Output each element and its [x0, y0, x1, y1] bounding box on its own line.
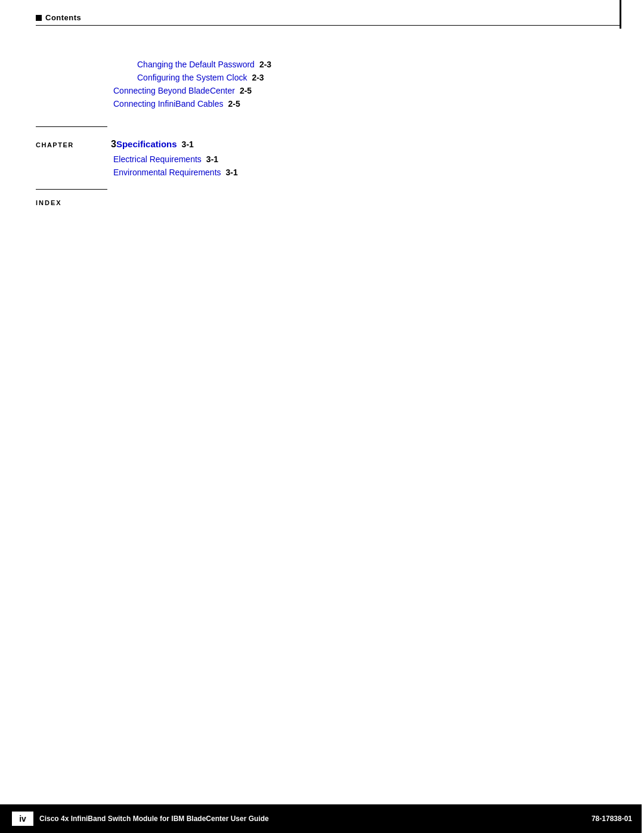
header-label: Contents [45, 13, 81, 22]
index-label: Index [36, 199, 62, 206]
top-right-bar [620, 0, 621, 29]
footer-title: Cisco 4x InfiniBand Switch Module for IB… [39, 815, 269, 823]
chapter-3-title-link[interactable]: Specifications [116, 139, 177, 149]
toc-entry-configuring-clock: Configuring the System Clock 2-3 [36, 73, 608, 82]
index-separator [36, 189, 107, 190]
toc-link-electrical[interactable]: Electrical Requirements [113, 154, 202, 164]
toc-page-connecting-beyond: 2-5 [240, 86, 252, 95]
toc-entry-electrical: Electrical Requirements 3-1 [36, 154, 608, 164]
top-border-line [36, 25, 620, 26]
chapter-3-row: Chapter 3 Specifications 3-1 [36, 139, 608, 150]
toc-link-environmental[interactable]: Environmental Requirements [113, 168, 221, 177]
toc-link-changing-password[interactable]: Changing the Default Password [137, 60, 255, 69]
toc-entry-changing-password: Changing the Default Password 2-3 [36, 60, 608, 69]
header-section: Contents [36, 13, 81, 22]
toc-page-environmental: 3-1 [226, 168, 238, 177]
toc-entry-connecting-infiniband: Connecting InfiniBand Cables 2-5 [36, 99, 608, 109]
footer-left: iv Cisco 4x InfiniBand Switch Module for… [12, 812, 269, 826]
toc-entry-environmental: Environmental Requirements 3-1 [36, 168, 608, 177]
toc-group-ch2-sub: Changing the Default Password 2-3 Config… [36, 60, 608, 109]
chapter-3-section: Chapter 3 Specifications 3-1 Electrical … [36, 126, 608, 177]
main-content: Changing the Default Password 2-3 Config… [36, 60, 608, 208]
header-square-icon [36, 15, 42, 21]
chapter-separator [36, 126, 107, 127]
chapter-prefix: Chapter [36, 141, 107, 148]
toc-link-connecting-beyond[interactable]: Connecting Beyond BladeCenter [113, 86, 235, 95]
toc-entry-connecting-beyond: Connecting Beyond BladeCenter 2-5 [36, 86, 608, 95]
footer: iv Cisco 4x InfiniBand Switch Module for… [0, 804, 644, 833]
toc-link-connecting-infiniband[interactable]: Connecting InfiniBand Cables [113, 99, 223, 109]
footer-doc-number: 78-17838-01 [592, 815, 632, 823]
toc-page-changing-password: 2-3 [259, 60, 271, 69]
index-section: Index [36, 189, 608, 208]
chapter-number: 3 [111, 139, 116, 150]
chapter-3-page: 3-1 [182, 140, 194, 149]
toc-page-connecting-infiniband: 2-5 [228, 99, 240, 109]
footer-page-number: iv [12, 812, 33, 826]
toc-page-electrical: 3-1 [206, 154, 218, 164]
footer-right-bar [642, 804, 644, 833]
toc-page-configuring-clock: 2-3 [252, 73, 264, 82]
toc-link-configuring-clock[interactable]: Configuring the System Clock [137, 73, 247, 82]
